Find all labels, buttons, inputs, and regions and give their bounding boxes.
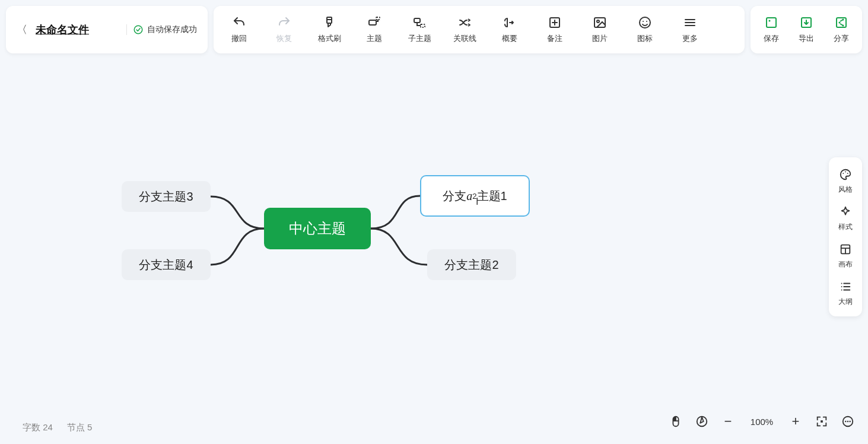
subtopic-icon [412, 15, 427, 30]
title-panel: 〈 未命名文件 自动保存成功 [6, 6, 208, 53]
fit-icon [815, 415, 828, 428]
more-options-button[interactable] [841, 414, 855, 429]
relation-icon [457, 15, 472, 30]
branch-node-2[interactable]: 分支主题2 [427, 249, 516, 280]
icon-button[interactable]: 图标 [625, 12, 664, 47]
note-button[interactable]: 备注 [535, 12, 574, 47]
zoom-percent[interactable]: 100% [747, 417, 777, 427]
more-label: 更多 [682, 33, 698, 44]
summary-label: 概要 [502, 33, 517, 44]
note-label: 备注 [547, 33, 562, 44]
fit-screen-button[interactable] [815, 414, 829, 429]
summary-icon [503, 15, 517, 30]
dots-icon [841, 415, 854, 428]
export-icon [799, 15, 813, 30]
note-icon [548, 15, 562, 30]
save-icon [764, 15, 778, 30]
share-button[interactable]: 分享 [824, 12, 859, 47]
relation-label: 关联线 [453, 33, 476, 44]
mouse-mode-button[interactable] [669, 414, 683, 429]
zoom-out-button[interactable]: − [721, 414, 735, 429]
summary-button[interactable]: 概要 [490, 12, 529, 47]
node-count: 节点 5 [67, 422, 93, 433]
branch-1-pre: 分支 [443, 188, 466, 204]
undo-icon [232, 15, 246, 30]
branch-node-1[interactable]: 分支a2主题1 I [420, 175, 530, 217]
format-brush-label: 格式刷 [318, 33, 341, 44]
save-button[interactable]: 保存 [754, 12, 789, 47]
right-actions-panel: 保存导出分享 [751, 6, 862, 53]
save-status-text: 自动保存成功 [147, 24, 197, 35]
compass-button[interactable] [695, 414, 709, 429]
more-button[interactable]: 更多 [670, 12, 710, 47]
more-icon [683, 15, 697, 30]
back-button[interactable]: 〈 [17, 23, 27, 37]
brush-icon [322, 15, 336, 30]
footer-stats: 字数 24 节点 5 [23, 422, 92, 433]
topbar: 〈 未命名文件 自动保存成功 撤回恢复格式刷主题子主题关联线概要备注图片图标更多… [0, 6, 868, 53]
export-label: 导出 [799, 33, 814, 44]
undo-button[interactable]: 撤回 [220, 12, 259, 47]
zoom-in-button[interactable]: + [788, 414, 803, 429]
share-icon [834, 15, 848, 30]
mindmap-canvas[interactable]: 中心主题 分支a2主题1 I 分支主题2 分支主题3 分支主题4 [0, 59, 868, 444]
redo-icon [277, 15, 291, 30]
center-node[interactable]: 中心主题 [264, 208, 371, 249]
redo-button[interactable]: 恢复 [265, 12, 304, 47]
smile-icon [638, 15, 652, 30]
export-button[interactable]: 导出 [789, 12, 824, 47]
branch-node-4[interactable]: 分支主题4 [122, 249, 211, 280]
save-label: 保存 [764, 33, 779, 44]
redo-label: 恢复 [276, 33, 292, 44]
footer-controls: − 100% + [669, 414, 855, 429]
branch-1-var: a [466, 189, 472, 203]
undo-label: 撤回 [231, 33, 247, 44]
image-label: 图片 [592, 33, 608, 44]
subtopic-label: 子主题 [408, 33, 431, 44]
branch-1-post: 主题1 [477, 188, 507, 204]
topic-label: 主题 [367, 33, 382, 44]
format-brush-button[interactable]: 格式刷 [310, 12, 349, 47]
topic-button[interactable]: 主题 [355, 12, 394, 47]
compass-icon [695, 415, 708, 428]
relation-button[interactable]: 关联线 [445, 12, 484, 47]
word-count: 字数 24 [23, 422, 53, 433]
image-icon [593, 15, 607, 30]
icon-label: 图标 [637, 33, 653, 44]
branch-node-3[interactable]: 分支主题3 [122, 181, 211, 212]
text-cursor-icon: I [476, 196, 478, 207]
image-button[interactable]: 图片 [580, 12, 619, 47]
save-status: 自动保存成功 [126, 24, 197, 35]
topic-icon [367, 15, 381, 30]
subtopic-button[interactable]: 子主题 [400, 12, 439, 47]
check-icon [133, 24, 144, 35]
share-label: 分享 [834, 33, 849, 44]
filename[interactable]: 未命名文件 [36, 23, 89, 37]
mouse-icon [669, 415, 682, 428]
toolbar-panel: 撤回恢复格式刷主题子主题关联线概要备注图片图标更多 [214, 6, 745, 53]
